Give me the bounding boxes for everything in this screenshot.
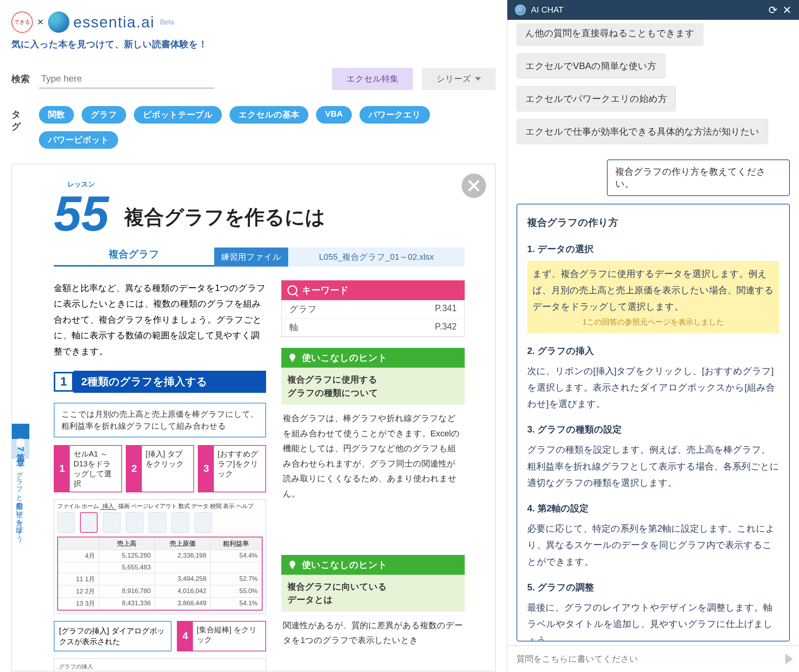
document-card: 基本編 第7章 グラフと図形の使い方を学ぼう レッスン 55 複合グラフを作るに… xyxy=(11,164,496,671)
globe-icon xyxy=(515,5,526,15)
answer-section-heading: 5. グラフの調整 xyxy=(527,579,779,595)
step-title: 2種類のグラフを挿入する xyxy=(74,371,266,393)
answer-text: 最後に、グラフのレイアウトやデザインを調整します。軸ラベルやタイトルを追加し、見… xyxy=(527,599,779,641)
filter-excel-feature[interactable]: エクセル特集 xyxy=(332,68,413,90)
chat-input[interactable] xyxy=(507,654,785,664)
filter-series-label: シリーズ xyxy=(436,73,471,85)
keyword-row[interactable]: 軸P.342 xyxy=(282,318,464,337)
tag-pill[interactable]: 関数 xyxy=(39,106,74,124)
tag-pill[interactable]: VBA xyxy=(316,106,352,124)
suggestion-bubble[interactable]: エクセルで仕事が効率化できる具体的な方法が知りたい xyxy=(517,119,768,144)
blue-callout-2: [グラフの挿入] ダイアログボックスが表示された xyxy=(54,621,172,651)
magenta-step: 1 セルA1 ～ D13をドラッグして選択 xyxy=(54,445,122,492)
magenta-step-text: [集合縦棒] をクリック xyxy=(193,622,265,651)
ribbon-icon xyxy=(149,512,166,533)
brand-essentia: essentia.ai Beta xyxy=(48,11,174,33)
suggestion-bubble[interactable]: エクセルでパワークエリの始め方 xyxy=(517,86,676,111)
suggestion-bubble[interactable]: ん他の質問を直接尋ねることもできます xyxy=(517,24,703,46)
magenta-step: 4 [集合縦棒] をクリック xyxy=(177,621,266,651)
close-button[interactable] xyxy=(462,174,486,198)
magenta-step-num: 4 xyxy=(178,622,193,651)
magenta-step: 3 [おすすめグラフ]をクリック xyxy=(198,445,266,492)
tag-pill[interactable]: パワーピボット xyxy=(39,131,118,149)
brand-beta: Beta xyxy=(160,18,174,26)
ribbon-icon xyxy=(172,512,189,533)
hint-header: 使いこなしのヒント xyxy=(281,555,465,575)
ribbon-icon xyxy=(57,512,75,533)
logo-essentia-icon xyxy=(48,11,69,33)
brand-name: essentia.ai xyxy=(73,14,154,31)
magenta-step-text: [おすすめグラフ]をクリック xyxy=(214,446,265,492)
magenta-step-num: 2 xyxy=(127,446,142,492)
brand-logos: できる × essentia.ai Beta xyxy=(11,11,174,33)
ribbon-icon xyxy=(80,512,98,533)
search-label: 検索 xyxy=(11,73,30,85)
filter-buttons: エクセル特集 シリーズ xyxy=(332,68,496,90)
tag-pill[interactable]: グラフ xyxy=(82,106,126,124)
chat-input-row xyxy=(507,645,799,672)
hint-card: 使いこなしのヒント 複合グラフに使用する グラフの種類について 複合グラフは、棒… xyxy=(281,348,465,502)
lesson-intro: 金額と比率など、異なる種類のデータを1つのグラフに表示したいときには、複数の種類… xyxy=(35,280,266,359)
lesson-number: 55 xyxy=(54,189,109,238)
excel-sheet: 売上高売上原価粗利益率 4月5,125,2802,336,19854.4% 5,… xyxy=(57,537,263,611)
side-tab-chapter[interactable]: 第7章 xyxy=(12,439,29,459)
ribbon-file-name: L055_複合グラフ_01～02.xlsx xyxy=(288,248,465,267)
keyword-row[interactable]: グラフP.341 xyxy=(282,300,464,318)
close-icon[interactable]: ✕ xyxy=(783,4,791,16)
side-tab-basic[interactable]: 基本編 xyxy=(12,424,29,439)
tag-pill[interactable]: パワークエリ xyxy=(359,106,430,124)
answer-title: 複合グラフの作り方 xyxy=(527,214,779,232)
tag-list: 関数 グラフ ピボットテーブル エクセルの基本 VBA パワークエリ パワーピボ… xyxy=(39,106,496,149)
ribbon-topic: 複合グラフ xyxy=(54,248,214,267)
answer-section-heading: 4. 第2軸の設定 xyxy=(527,500,779,516)
chevron-down-icon xyxy=(475,77,481,81)
hint-body: 関連性があるが、質的に差異がある複数のデータを1つのグラフで表示したいとき xyxy=(281,612,465,648)
chart-dialog-screenshot: グラフの挿入 おすすめグラフ すべてのグラフ 集合縦棒 グラフ タイトル xyxy=(54,658,266,671)
bulb-icon xyxy=(287,560,297,570)
step-number: 1 xyxy=(54,372,74,392)
send-icon[interactable] xyxy=(785,654,793,664)
search-row: 検索 エクセル特集 シリーズ xyxy=(11,68,496,90)
chat-title: AI CHAT xyxy=(531,5,563,15)
hint-header: 使いこなしのヒント xyxy=(281,348,465,368)
chat-body: ん他の質問を直接尋ねることもできます エクセルでVBAの簡単な使い方 エクセルで… xyxy=(507,20,799,645)
lesson-header: レッスン 55 複合グラフを作るには xyxy=(12,164,495,238)
hint-card: 使いこなしのヒント 複合グラフに向いている データとは 関連性があるが、質的に差… xyxy=(281,555,465,648)
answer-text: まず、複合グラフに使用するデータを選択します。例えば、月別の売上高と売上原価を表… xyxy=(533,265,774,315)
ribbon-icon xyxy=(103,512,120,533)
search-icon xyxy=(287,285,297,295)
search-input[interactable] xyxy=(39,69,214,88)
answer-text: グラフの種類を設定します。例えば、売上高を棒グラフ、粗利益率を折れ線グラフとして… xyxy=(527,441,779,491)
magenta-step: 2 [挿入] タブをクリック xyxy=(126,445,194,492)
chat-header: AI CHAT ⟳ ✕ xyxy=(507,0,799,20)
magenta-step-text: セルA1 ～ D13をドラッグして選択 xyxy=(70,446,121,492)
answer-text: 次に、リボンの[挿入]タブをクリックし、[おすすめグラフ]を選択します。表示され… xyxy=(527,363,779,412)
reference-note: 1この回答の参照元ページを表示しました xyxy=(533,315,774,329)
magenta-step-num: 3 xyxy=(199,446,214,492)
keyword-card: キーワード グラフP.341 軸P.342 xyxy=(281,280,465,337)
magenta-steps: 1 セルA1 ～ D13をドラッグして選択 2 [挿入] タブをクリック 3 [… xyxy=(54,445,266,492)
refresh-icon[interactable]: ⟳ xyxy=(769,4,777,16)
keyword-body: グラフP.341 軸P.342 xyxy=(281,300,465,337)
filter-series[interactable]: シリーズ xyxy=(422,68,496,90)
lesson-title: 複合グラフを作るには xyxy=(124,204,325,238)
ribbon-icon xyxy=(194,512,212,533)
brand-cross: × xyxy=(37,16,43,28)
magenta-row-2: [グラフの挿入] ダイアログボックスが表示された 4 [集合縦棒] をクリック xyxy=(54,621,266,651)
suggestion-bubble[interactable]: エクセルでVBAの簡単な使い方 xyxy=(517,53,665,79)
ai-chat-panel: AI CHAT ⟳ ✕ ん他の質問を直接尋ねることもできます エクセルでVBAの… xyxy=(507,0,799,672)
document-columns: 金額と比率など、異なる種類のデータを1つのグラフに表示したいときには、複数の種類… xyxy=(12,267,495,648)
lesson-number-wrap: レッスン 55 xyxy=(54,180,109,238)
tag-pill[interactable]: エクセルの基本 xyxy=(229,106,308,124)
brand-row: できる × essentia.ai Beta xyxy=(11,11,496,33)
answer-section-heading: 3. グラフの種類の設定 xyxy=(527,421,779,437)
answer-section-heading: 2. グラフの挿入 xyxy=(527,342,779,359)
excel-ribbon-icons xyxy=(57,512,263,533)
step-bar: 1 2種類のグラフを挿入する xyxy=(54,371,266,393)
tag-pill[interactable]: ピボットテーブル xyxy=(134,106,222,124)
doc-col-right: キーワード グラフP.341 軸P.342 使いこなしのヒント 複合グラフに使用… xyxy=(281,280,465,648)
answer-highlight[interactable]: まず、複合グラフに使用するデータを選択します。例えば、月別の売上高と売上原価を表… xyxy=(527,261,779,333)
title-ribbon: 複合グラフ 練習用ファイル L055_複合グラフ_01～02.xlsx xyxy=(54,248,465,267)
ribbon-file-label: 練習用ファイル xyxy=(214,248,288,267)
tagline: 気に入った本を見つけて、新しい読書体験を！ xyxy=(11,38,496,50)
